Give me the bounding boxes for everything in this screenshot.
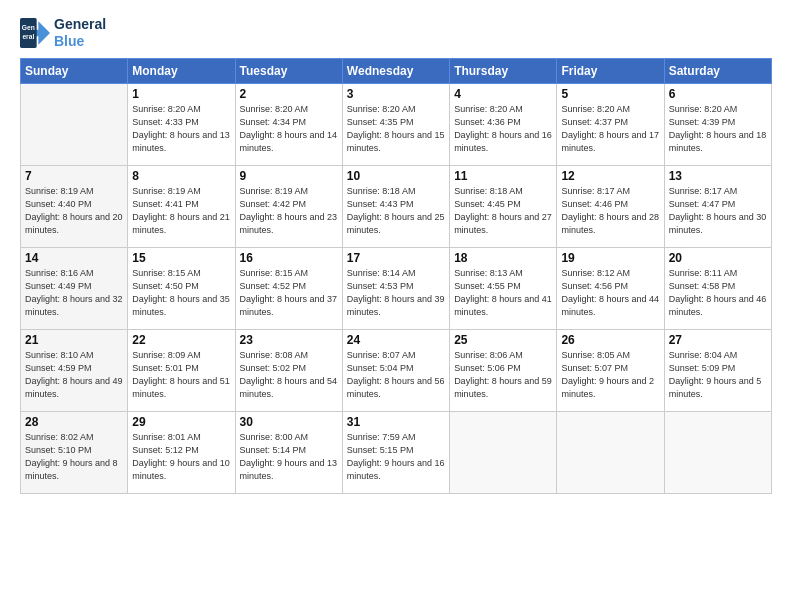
day-info: Sunrise: 8:20 AMSunset: 4:33 PMDaylight:… — [132, 103, 230, 155]
calendar-cell: 5Sunrise: 8:20 AMSunset: 4:37 PMDaylight… — [557, 83, 664, 165]
day-info: Sunrise: 8:01 AMSunset: 5:12 PMDaylight:… — [132, 431, 230, 483]
day-number: 24 — [347, 333, 445, 347]
calendar-cell — [664, 411, 771, 493]
day-number: 26 — [561, 333, 659, 347]
day-info: Sunrise: 8:17 AMSunset: 4:47 PMDaylight:… — [669, 185, 767, 237]
day-info: Sunrise: 8:20 AMSunset: 4:36 PMDaylight:… — [454, 103, 552, 155]
page: Gen eral General Blue SundayMondayTuesda… — [0, 0, 792, 612]
calendar-cell: 15Sunrise: 8:15 AMSunset: 4:50 PMDayligh… — [128, 247, 235, 329]
day-info: Sunrise: 8:15 AMSunset: 4:52 PMDaylight:… — [240, 267, 338, 319]
day-info: Sunrise: 8:10 AMSunset: 4:59 PMDaylight:… — [25, 349, 123, 401]
calendar-cell: 2Sunrise: 8:20 AMSunset: 4:34 PMDaylight… — [235, 83, 342, 165]
calendar-cell: 19Sunrise: 8:12 AMSunset: 4:56 PMDayligh… — [557, 247, 664, 329]
day-number: 20 — [669, 251, 767, 265]
day-info: Sunrise: 8:12 AMSunset: 4:56 PMDaylight:… — [561, 267, 659, 319]
day-number: 3 — [347, 87, 445, 101]
day-number: 25 — [454, 333, 552, 347]
calendar-cell — [21, 83, 128, 165]
day-info: Sunrise: 8:15 AMSunset: 4:50 PMDaylight:… — [132, 267, 230, 319]
svg-text:eral: eral — [22, 33, 34, 40]
day-number: 17 — [347, 251, 445, 265]
day-number: 15 — [132, 251, 230, 265]
day-number: 11 — [454, 169, 552, 183]
day-info: Sunrise: 8:19 AMSunset: 4:42 PMDaylight:… — [240, 185, 338, 237]
calendar-cell: 16Sunrise: 8:15 AMSunset: 4:52 PMDayligh… — [235, 247, 342, 329]
day-number: 22 — [132, 333, 230, 347]
calendar-cell — [450, 411, 557, 493]
calendar-cell: 10Sunrise: 8:18 AMSunset: 4:43 PMDayligh… — [342, 165, 449, 247]
day-info: Sunrise: 8:18 AMSunset: 4:45 PMDaylight:… — [454, 185, 552, 237]
day-number: 16 — [240, 251, 338, 265]
day-number: 29 — [132, 415, 230, 429]
day-info: Sunrise: 8:16 AMSunset: 4:49 PMDaylight:… — [25, 267, 123, 319]
day-number: 9 — [240, 169, 338, 183]
day-number: 4 — [454, 87, 552, 101]
calendar-cell: 11Sunrise: 8:18 AMSunset: 4:45 PMDayligh… — [450, 165, 557, 247]
calendar-cell: 24Sunrise: 8:07 AMSunset: 5:04 PMDayligh… — [342, 329, 449, 411]
day-info: Sunrise: 8:11 AMSunset: 4:58 PMDaylight:… — [669, 267, 767, 319]
day-number: 18 — [454, 251, 552, 265]
day-number: 23 — [240, 333, 338, 347]
day-number: 2 — [240, 87, 338, 101]
day-info: Sunrise: 8:20 AMSunset: 4:37 PMDaylight:… — [561, 103, 659, 155]
day-number: 21 — [25, 333, 123, 347]
day-info: Sunrise: 8:17 AMSunset: 4:46 PMDaylight:… — [561, 185, 659, 237]
day-info: Sunrise: 8:19 AMSunset: 4:41 PMDaylight:… — [132, 185, 230, 237]
calendar-cell: 23Sunrise: 8:08 AMSunset: 5:02 PMDayligh… — [235, 329, 342, 411]
calendar-table: SundayMondayTuesdayWednesdayThursdayFrid… — [20, 58, 772, 494]
calendar-cell: 28Sunrise: 8:02 AMSunset: 5:10 PMDayligh… — [21, 411, 128, 493]
day-info: Sunrise: 8:00 AMSunset: 5:14 PMDaylight:… — [240, 431, 338, 483]
day-number: 31 — [347, 415, 445, 429]
weekday-header-monday: Monday — [128, 58, 235, 83]
header: Gen eral General Blue — [20, 16, 772, 50]
calendar-cell: 29Sunrise: 8:01 AMSunset: 5:12 PMDayligh… — [128, 411, 235, 493]
calendar-cell: 26Sunrise: 8:05 AMSunset: 5:07 PMDayligh… — [557, 329, 664, 411]
week-row-2: 7Sunrise: 8:19 AMSunset: 4:40 PMDaylight… — [21, 165, 772, 247]
calendar-cell: 13Sunrise: 8:17 AMSunset: 4:47 PMDayligh… — [664, 165, 771, 247]
day-number: 7 — [25, 169, 123, 183]
day-info: Sunrise: 8:18 AMSunset: 4:43 PMDaylight:… — [347, 185, 445, 237]
day-info: Sunrise: 7:59 AMSunset: 5:15 PMDaylight:… — [347, 431, 445, 483]
weekday-header-row: SundayMondayTuesdayWednesdayThursdayFrid… — [21, 58, 772, 83]
week-row-4: 21Sunrise: 8:10 AMSunset: 4:59 PMDayligh… — [21, 329, 772, 411]
weekday-header-wednesday: Wednesday — [342, 58, 449, 83]
svg-text:Gen: Gen — [22, 23, 35, 30]
week-row-5: 28Sunrise: 8:02 AMSunset: 5:10 PMDayligh… — [21, 411, 772, 493]
logo-icon: Gen eral — [20, 18, 50, 48]
day-number: 19 — [561, 251, 659, 265]
day-number: 12 — [561, 169, 659, 183]
day-number: 5 — [561, 87, 659, 101]
day-number: 13 — [669, 169, 767, 183]
day-info: Sunrise: 8:09 AMSunset: 5:01 PMDaylight:… — [132, 349, 230, 401]
calendar-cell — [557, 411, 664, 493]
calendar-cell: 31Sunrise: 7:59 AMSunset: 5:15 PMDayligh… — [342, 411, 449, 493]
day-info: Sunrise: 8:14 AMSunset: 4:53 PMDaylight:… — [347, 267, 445, 319]
calendar-cell: 30Sunrise: 8:00 AMSunset: 5:14 PMDayligh… — [235, 411, 342, 493]
day-info: Sunrise: 8:19 AMSunset: 4:40 PMDaylight:… — [25, 185, 123, 237]
day-number: 10 — [347, 169, 445, 183]
calendar-cell: 9Sunrise: 8:19 AMSunset: 4:42 PMDaylight… — [235, 165, 342, 247]
weekday-header-friday: Friday — [557, 58, 664, 83]
calendar-cell: 27Sunrise: 8:04 AMSunset: 5:09 PMDayligh… — [664, 329, 771, 411]
day-number: 14 — [25, 251, 123, 265]
week-row-1: 1Sunrise: 8:20 AMSunset: 4:33 PMDaylight… — [21, 83, 772, 165]
day-info: Sunrise: 8:20 AMSunset: 4:35 PMDaylight:… — [347, 103, 445, 155]
calendar-cell: 20Sunrise: 8:11 AMSunset: 4:58 PMDayligh… — [664, 247, 771, 329]
calendar-cell: 8Sunrise: 8:19 AMSunset: 4:41 PMDaylight… — [128, 165, 235, 247]
day-info: Sunrise: 8:20 AMSunset: 4:34 PMDaylight:… — [240, 103, 338, 155]
day-number: 30 — [240, 415, 338, 429]
weekday-header-saturday: Saturday — [664, 58, 771, 83]
day-number: 1 — [132, 87, 230, 101]
calendar-cell: 3Sunrise: 8:20 AMSunset: 4:35 PMDaylight… — [342, 83, 449, 165]
calendar-cell: 1Sunrise: 8:20 AMSunset: 4:33 PMDaylight… — [128, 83, 235, 165]
calendar-cell: 6Sunrise: 8:20 AMSunset: 4:39 PMDaylight… — [664, 83, 771, 165]
calendar-cell: 4Sunrise: 8:20 AMSunset: 4:36 PMDaylight… — [450, 83, 557, 165]
day-info: Sunrise: 8:07 AMSunset: 5:04 PMDaylight:… — [347, 349, 445, 401]
calendar-cell: 7Sunrise: 8:19 AMSunset: 4:40 PMDaylight… — [21, 165, 128, 247]
calendar-cell: 21Sunrise: 8:10 AMSunset: 4:59 PMDayligh… — [21, 329, 128, 411]
day-info: Sunrise: 8:13 AMSunset: 4:55 PMDaylight:… — [454, 267, 552, 319]
day-number: 8 — [132, 169, 230, 183]
week-row-3: 14Sunrise: 8:16 AMSunset: 4:49 PMDayligh… — [21, 247, 772, 329]
logo-text: General Blue — [54, 16, 106, 50]
calendar-cell: 14Sunrise: 8:16 AMSunset: 4:49 PMDayligh… — [21, 247, 128, 329]
